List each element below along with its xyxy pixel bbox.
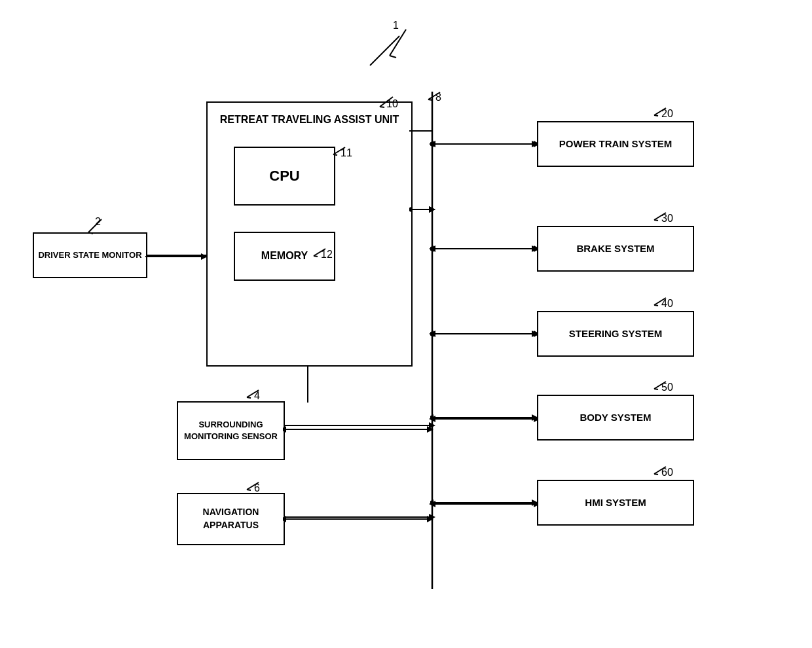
svg-line-30 — [390, 56, 396, 58]
svg-line-46 — [247, 390, 259, 397]
svg-line-31 — [88, 219, 101, 232]
rta-unit-label: RETREAT TRAVELING ASSIST UNIT — [214, 113, 405, 127]
ref-2-tick — [85, 216, 105, 236]
svg-line-51 — [247, 482, 259, 490]
svg-line-29 — [390, 29, 406, 56]
rta-unit-box: RETREAT TRAVELING ASSIST UNIT CPU MEMORY — [206, 101, 413, 367]
ref-40-tick — [652, 296, 668, 308]
svg-marker-55 — [283, 516, 286, 522]
ref-60-tick — [652, 465, 668, 477]
svg-marker-75 — [430, 414, 434, 421]
bus-to-steering-arrow — [430, 329, 540, 338]
ref-10-tick — [377, 95, 396, 108]
ref-8-tick — [426, 90, 442, 102]
power-train-box: POWER TRAIN SYSTEM — [537, 121, 694, 167]
hmi-system-box: HMI SYSTEM — [537, 480, 694, 526]
ref-50-tick — [652, 380, 668, 391]
svg-marker-74 — [532, 414, 538, 421]
svg-line-37 — [333, 147, 345, 154]
svg-line-72 — [654, 389, 658, 389]
svg-marker-80 — [430, 499, 434, 506]
bus-to-body-arrow — [430, 413, 540, 422]
ref-12-tick — [311, 247, 327, 259]
svg-line-52 — [247, 490, 251, 490]
svg-marker-64 — [532, 245, 538, 252]
svg-marker-65 — [430, 245, 434, 252]
brake-system-box: BRAKE SYSTEM — [537, 226, 694, 272]
svg-line-38 — [333, 154, 337, 155]
svg-line-62 — [654, 220, 658, 221]
svg-line-66 — [654, 298, 666, 305]
svg-line-47 — [247, 397, 251, 398]
svg-line-67 — [654, 305, 658, 306]
bus-to-power-train-arrow — [430, 139, 540, 149]
steering-system-box: STEERING SYSTEM — [537, 311, 694, 357]
svg-marker-60 — [430, 141, 434, 147]
svg-line-44 — [428, 92, 440, 99]
ref-20-tick — [652, 106, 668, 118]
rta-top-to-bus — [409, 126, 435, 135]
svg-line-76 — [654, 467, 666, 474]
navigation-box: NAVIGATION APPARATUS — [177, 493, 285, 545]
body-system-box: BODY SYSTEM — [537, 395, 694, 441]
diagram: 1 DRIVER STATE MONITOR 2 RETREAT TRAVELI… — [0, 0, 812, 648]
cpu-box: CPU — [234, 147, 335, 206]
svg-line-35 — [380, 97, 393, 107]
svg-line-61 — [654, 213, 666, 220]
driver-to-rta-arrow — [145, 252, 211, 261]
svg-line-45 — [428, 99, 432, 100]
ref-4-tick — [244, 388, 261, 400]
svg-marker-59 — [532, 141, 538, 147]
svg-marker-50 — [283, 426, 286, 433]
svg-line-77 — [654, 474, 658, 475]
svg-line-56 — [654, 108, 666, 115]
svg-line-36 — [380, 107, 384, 107]
svg-marker-70 — [430, 331, 434, 337]
navigation-to-bus-arrow — [283, 514, 435, 524]
svg-marker-79 — [532, 499, 538, 506]
bus-to-brake-arrow — [430, 244, 540, 253]
ref-11-tick — [331, 145, 347, 157]
surrounding-to-bus-arrow — [283, 425, 435, 434]
ref-30-tick — [652, 211, 668, 223]
svg-line-32 — [88, 232, 93, 234]
svg-line-71 — [654, 382, 666, 389]
svg-marker-69 — [532, 331, 538, 337]
svg-line-42 — [314, 249, 325, 256]
svg-line-57 — [654, 115, 658, 116]
svg-line-43 — [314, 256, 318, 257]
bus-to-hmi-arrow — [430, 498, 540, 507]
cpu-to-bus-arrow — [409, 205, 435, 214]
ref-1-tick — [386, 26, 413, 59]
svg-marker-54 — [427, 516, 434, 522]
svg-marker-49 — [427, 426, 434, 433]
driver-state-monitor-box: DRIVER STATE MONITOR — [33, 232, 147, 278]
surrounding-sensor-box: SURROUNDING MONITORING SENSOR — [177, 401, 285, 460]
ref-6-tick — [244, 480, 261, 492]
svg-marker-41 — [409, 206, 413, 213]
svg-marker-40 — [429, 206, 435, 213]
